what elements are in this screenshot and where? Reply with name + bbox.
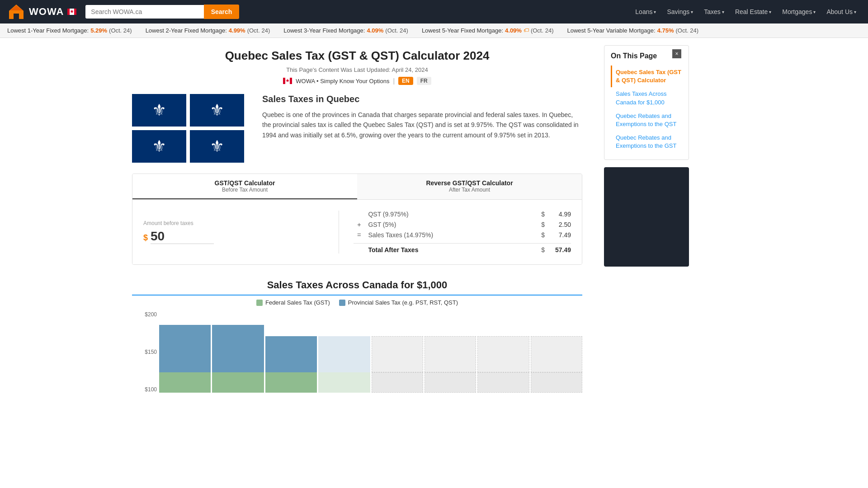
mortgage-ticker: Lowest 1-Year Fixed Mortgage: 5.29% (Oct… xyxy=(0,23,868,38)
sidebar-nav-calculator[interactable]: Quebec Sales Tax (GST & QST) Calculator xyxy=(611,66,682,87)
chart-legend: Federal Sales Tax (GST) Provincial Sales… xyxy=(132,299,582,306)
search-input[interactable] xyxy=(85,5,203,19)
bar-on-pst xyxy=(212,325,264,372)
on-this-page-title: On This Page xyxy=(611,52,682,60)
legend-pst-label: Provincial Sales Tax (e.g. PST, RST, QST… xyxy=(348,299,458,306)
bar-6-gst-empty xyxy=(425,372,476,393)
ticker-5-year-var-label: Lowest 5-Year Variable Mortgage: xyxy=(567,27,656,34)
legend-pst: Provincial Sales Tax (e.g. PST, RST, QST… xyxy=(339,299,458,306)
nav-links: Loans ▾ Savings ▾ Taxes ▾ Real Estate ▾ … xyxy=(631,5,861,18)
canada-flag-icon xyxy=(67,9,76,15)
brand-logo-link[interactable]: WOWA xyxy=(7,3,76,21)
dollar-sign: $ xyxy=(143,233,148,243)
bar-7-gst-empty xyxy=(477,372,529,393)
bar-4 xyxy=(318,311,370,393)
nav-real-estate[interactable]: Real Estate ▾ xyxy=(731,5,776,18)
bar-5-empty xyxy=(372,336,423,372)
real-estate-arrow-icon: ▾ xyxy=(769,9,771,14)
tab-reverse-label: Reverse GST/QST Calculator xyxy=(363,179,576,187)
taxes-arrow-icon: ▾ xyxy=(722,9,724,14)
sidebar-advertisement xyxy=(604,167,689,267)
ticker-item-4: Lowest 5-Year Fixed Mortgage: 4.09% 🏷 (O… xyxy=(422,27,554,34)
y-label-150: $150 xyxy=(132,349,157,355)
tab-gst-qst-sub: Before Tax Amount xyxy=(138,187,352,193)
result-gst-label: GST (5%) xyxy=(368,221,538,228)
result-qst-dollar: $ xyxy=(541,211,545,218)
result-total-tax-prefix: = xyxy=(354,231,364,239)
sales-tax-info: Sales Taxes in Quebec Quebec is one of t… xyxy=(255,94,582,163)
on-this-page-box: × On This Page Quebec Sales Tax (GST & Q… xyxy=(604,45,689,160)
fleur-de-lis-4: ⚜ xyxy=(210,137,224,156)
tab-gst-qst[interactable]: GST/QST Calculator Before Tax Amount xyxy=(132,174,357,199)
ticker-item-1: Lowest 1-Year Fixed Mortgage: 5.29% (Oct… xyxy=(7,27,132,34)
ticker-item-5: Lowest 5-Year Variable Mortgage: 4.75% (… xyxy=(567,27,699,34)
ticker-1-year-rate: 5.29% xyxy=(90,27,107,34)
mortgages-arrow-icon: ▾ xyxy=(813,9,816,14)
ticker-5-year-fixed-label: Lowest 5-Year Fixed Mortgage: xyxy=(422,27,503,34)
calculator-input-section: Amount before taxes $ xyxy=(143,211,339,253)
calculator-results: QST (9.975%) $ 4.99 + GST (5%) $ 2.50 = xyxy=(354,211,571,253)
amount-input-label: Amount before taxes xyxy=(143,220,324,226)
result-total-tax-row: = Sales Taxes (14.975%) $ 7.49 xyxy=(354,231,571,239)
fleur-de-lis-2: ⚜ xyxy=(210,101,224,120)
result-total-tax-value: 7.49 xyxy=(548,231,571,239)
loans-arrow-icon: ▾ xyxy=(654,9,656,14)
svg-marker-2 xyxy=(10,5,23,10)
ticker-1-year-date: (Oct. 24) xyxy=(109,27,132,34)
page-updated: This Page's Content Was Last Updated: Ap… xyxy=(132,66,582,73)
result-total-tax-dollar: $ xyxy=(541,231,545,239)
tab-gst-qst-label: GST/QST Calculator xyxy=(138,179,352,187)
nav-savings[interactable]: Savings ▾ xyxy=(662,5,698,18)
tab-reverse-gst-qst[interactable]: Reverse GST/QST Calculator After Tax Amo… xyxy=(357,174,582,199)
page-title: Quebec Sales Tax (GST & QST) Calculator … xyxy=(132,49,582,63)
close-sidebar-button[interactable]: × xyxy=(672,49,681,58)
fleur-de-lis-3: ⚜ xyxy=(152,137,166,156)
chart-area: $200 $150 $100 xyxy=(132,311,582,402)
chart-title: Sales Taxes Across Canada for $1,000 xyxy=(132,279,582,296)
ticker-2-year-label: Lowest 2-Year Fixed Mortgage: xyxy=(146,27,227,34)
result-total-label: Total After Taxes xyxy=(368,246,538,253)
lang-en-button[interactable]: EN xyxy=(398,77,413,85)
result-gst-prefix: + xyxy=(354,221,364,228)
ticker-2-year-rate: 4.99% xyxy=(229,27,245,34)
y-label-100: $100 xyxy=(132,386,157,393)
bar-bc xyxy=(159,311,211,393)
search-container: Search xyxy=(85,5,239,19)
nav-taxes[interactable]: Taxes ▾ xyxy=(699,5,729,18)
sidebar: × On This Page Quebec Sales Tax (GST & Q… xyxy=(597,38,696,427)
ticker-item-3: Lowest 3-Year Fixed Mortgage: 4.09% (Oct… xyxy=(283,27,408,34)
tab-reverse-sub: After Tax Amount xyxy=(363,187,576,193)
y-label-200: $200 xyxy=(132,311,157,318)
sidebar-nav-rebates-qst[interactable]: Quebec Rebates and Exemptions to the QST xyxy=(611,109,682,131)
chart-bars xyxy=(159,311,582,393)
result-gst-dollar: $ xyxy=(541,221,545,228)
bar-bc-gst xyxy=(159,372,211,393)
legend-gst-label: Federal Sales Tax (GST) xyxy=(265,299,330,306)
lang-fr-button[interactable]: FR xyxy=(417,77,431,85)
amount-before-tax-input[interactable] xyxy=(151,229,214,244)
result-qst-value: 4.99 xyxy=(548,211,571,218)
sales-tax-heading: Sales Taxes in Quebec xyxy=(262,94,582,104)
sales-tax-description: Quebec is one of the provinces in Canada… xyxy=(262,110,582,140)
result-gst-value: 2.50 xyxy=(548,221,571,228)
canada-flag-small-icon xyxy=(283,78,292,84)
result-total-row: Total After Taxes $ 57.49 xyxy=(354,243,571,253)
navbar: WOWA Search Loans ▾ Savings ▾ Taxes ▾ Re… xyxy=(0,0,868,23)
result-gst-row: + GST (5%) $ 2.50 xyxy=(354,221,571,228)
sidebar-nav-rebates-gst[interactable]: Quebec Rebates and Exemptions to the GST xyxy=(611,131,682,153)
amount-input-row: $ xyxy=(143,229,324,244)
quebec-flag-3: ⚜ xyxy=(132,130,186,163)
bar-6 xyxy=(425,311,476,393)
main-layout: Quebec Sales Tax (GST & QST) Calculator … xyxy=(118,38,750,427)
legend-pst-color xyxy=(339,300,345,306)
nav-about-us[interactable]: About Us ▾ xyxy=(822,5,861,18)
nav-mortgages[interactable]: Mortgages ▾ xyxy=(778,5,820,18)
search-button[interactable]: Search xyxy=(204,5,240,19)
bar-8-gst-empty xyxy=(531,372,582,393)
nav-loans[interactable]: Loans ▾ xyxy=(631,5,660,18)
quebec-flag-4: ⚜ xyxy=(190,130,244,163)
bar-8-empty xyxy=(531,336,582,372)
fleur-de-lis-1: ⚜ xyxy=(152,101,166,120)
sidebar-nav-sales-across[interactable]: Sales Taxes Across Canada for $1,000 xyxy=(611,87,682,109)
bar-3 xyxy=(265,311,317,393)
